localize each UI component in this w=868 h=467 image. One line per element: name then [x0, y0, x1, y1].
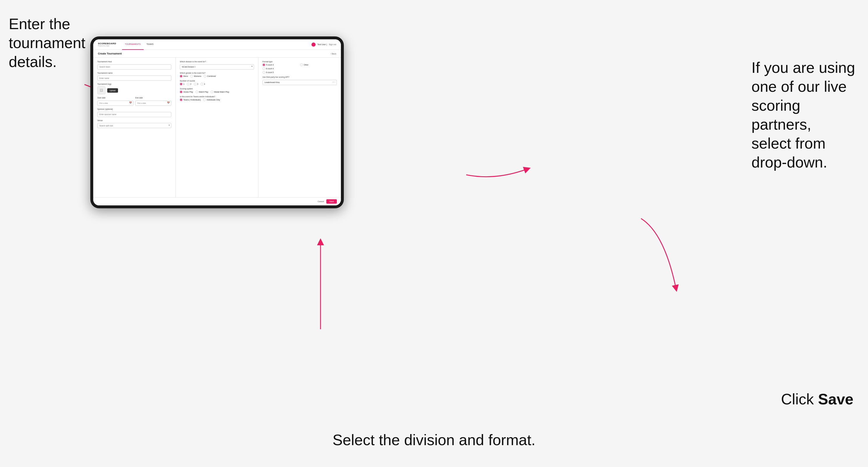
- nav-teams[interactable]: TEAMS: [144, 39, 156, 50]
- sponsor-label: Sponsor (optional): [97, 108, 171, 110]
- gender-mens-radio[interactable]: [180, 75, 182, 77]
- end-date-wrapper: 📅: [135, 100, 171, 106]
- gender-womens-radio[interactable]: [190, 75, 193, 77]
- end-date-input[interactable]: [135, 100, 171, 106]
- image-icon: 🖼: [100, 88, 103, 92]
- gender-womens[interactable]: Womens: [190, 75, 202, 77]
- event-teams[interactable]: Teams (+Individuals): [180, 98, 201, 101]
- rounds-radio-group: 1 2 3 4: [180, 83, 254, 85]
- scoring-medal-match[interactable]: Medal Match Play: [211, 91, 229, 93]
- scoring-medal-radio[interactable]: [211, 91, 213, 93]
- calendar-icon: 📅: [129, 101, 132, 104]
- gender-combined-radio[interactable]: [204, 75, 206, 77]
- save-button[interactable]: Save: [326, 199, 337, 204]
- rounds-1[interactable]: 1: [180, 83, 184, 85]
- format-6count5-label: 6 count 5: [266, 71, 274, 73]
- nav-menu: TOURNAMENTS TEAMS: [122, 39, 311, 50]
- venue-input[interactable]: [97, 123, 171, 128]
- tournament-host-input[interactable]: [97, 64, 171, 70]
- venue-label: Venue: [97, 119, 171, 122]
- rounds-3-label: 3: [197, 83, 198, 85]
- annotation-top-left: Enter the tournament details.: [9, 14, 85, 71]
- tournament-host-group: Tournament Host: [97, 61, 171, 70]
- annotation-top-right: If you are using one of our live scoring…: [751, 58, 862, 172]
- form-col-2: Which division is the event for? NCAA Di…: [176, 58, 258, 197]
- tablet-screen: SCOREBOARD Powered by clippi TOURNAMENTS…: [93, 39, 341, 206]
- sign-out-link[interactable]: Sign out: [329, 43, 336, 45]
- gender-label: Which gender is the event for?: [180, 72, 254, 74]
- format-type-group: Format type 5 count 4 6 count 4: [262, 61, 337, 74]
- event-for-group: Is this event for Teams and/or Individua…: [180, 96, 254, 101]
- start-date-input[interactable]: [97, 100, 133, 106]
- format-6count5-radio[interactable]: [262, 71, 265, 74]
- format-6count5[interactable]: 6 count 5: [262, 71, 299, 74]
- scoring-match[interactable]: Match Play: [195, 91, 208, 93]
- scoring-group: Scoring system Stroke Play Match Play: [180, 88, 254, 93]
- rounds-3[interactable]: 3: [194, 83, 198, 85]
- venue-select-wrapper: [97, 122, 171, 128]
- rounds-2[interactable]: 2: [187, 83, 191, 85]
- start-date-wrapper: 📅: [97, 100, 133, 106]
- annotation-bottom-center: Select the division and format.: [333, 431, 535, 449]
- form-col-1: Tournament Host Tournament name Tourname…: [93, 58, 176, 197]
- format-other-radio[interactable]: [300, 63, 303, 66]
- format-left-options: 5 count 4 6 count 4 6 count 5: [262, 63, 299, 74]
- scoring-match-radio[interactable]: [195, 91, 198, 93]
- rounds-4-radio[interactable]: [200, 83, 203, 85]
- format-5count4-radio[interactable]: [262, 63, 265, 66]
- gender-combined-label: Combined: [207, 75, 216, 77]
- user-info: Test User | Sign out: [311, 42, 336, 46]
- user-avatar: [311, 42, 315, 46]
- api-select-wrapper: × ÷: [262, 79, 337, 85]
- division-select[interactable]: NCAA Division I: [180, 64, 254, 70]
- format-options-container: 5 count 4 6 count 4 6 count 5: [262, 63, 337, 74]
- scoring-label: Scoring system: [180, 88, 254, 90]
- gender-womens-label: Womens: [194, 75, 202, 77]
- rounds-1-radio[interactable]: [180, 83, 182, 85]
- api-clear-button[interactable]: × ÷: [333, 81, 335, 83]
- format-5count4[interactable]: 5 count 4: [262, 63, 299, 66]
- gender-mens-label: Mens: [183, 75, 188, 77]
- gender-combined[interactable]: Combined: [204, 75, 216, 77]
- tournament-name-input[interactable]: [97, 75, 171, 81]
- scoring-medal-label: Medal Match Play: [214, 91, 229, 93]
- cancel-button[interactable]: Cancel: [318, 200, 324, 203]
- rounds-label: Number of rounds: [180, 80, 254, 82]
- date-row: Start date 📅 End date 📅: [97, 97, 171, 106]
- division-select-wrapper: NCAA Division I: [180, 63, 254, 70]
- rounds-4-label: 4: [204, 83, 205, 85]
- rounds-3-radio[interactable]: [194, 83, 196, 85]
- api-input[interactable]: [262, 80, 337, 85]
- tournament-name-label: Tournament name: [97, 72, 171, 74]
- sponsor-input[interactable]: [97, 112, 171, 117]
- start-date-label: Start date: [97, 97, 133, 99]
- format-6count4[interactable]: 6 count 4: [262, 67, 299, 70]
- gender-group: Which gender is the event for? Mens Wome…: [180, 72, 254, 77]
- rounds-2-radio[interactable]: [187, 83, 189, 85]
- event-teams-radio[interactable]: [180, 98, 182, 101]
- gender-mens[interactable]: Mens: [180, 75, 188, 77]
- annotation-save-bold: Save: [818, 391, 854, 408]
- event-individuals-radio[interactable]: [203, 98, 206, 101]
- format-other[interactable]: Other: [300, 63, 337, 66]
- scoring-stroke[interactable]: Stroke Play: [180, 91, 193, 93]
- rounds-4[interactable]: 4: [200, 83, 205, 85]
- event-teams-label: Teams (+Individuals): [183, 99, 201, 101]
- tablet-device: SCOREBOARD Powered by clippi TOURNAMENTS…: [90, 36, 344, 208]
- tournament-logo-label: Tournament logo: [97, 83, 171, 85]
- brand-sub: Powered by clippi: [98, 45, 116, 46]
- scoring-stroke-radio[interactable]: [180, 91, 182, 93]
- annotation-click-prefix: Click: [781, 391, 818, 408]
- upload-button[interactable]: Upload: [107, 88, 118, 93]
- format-6count4-radio[interactable]: [262, 67, 265, 70]
- rounds-2-label: 2: [190, 83, 191, 85]
- event-for-label: Is this event for Teams and/or Individua…: [180, 96, 254, 98]
- rounds-group: Number of rounds 1 2: [180, 80, 254, 85]
- event-individuals[interactable]: Individuals Only: [203, 98, 220, 101]
- back-link[interactable]: ‹ Back: [331, 53, 336, 55]
- tournament-host-label: Tournament Host: [97, 61, 171, 63]
- nav-tournaments[interactable]: TOURNAMENTS: [122, 39, 144, 50]
- tournament-logo-group: Tournament logo 🖼 Upload: [97, 83, 171, 94]
- form-area: Tournament Host Tournament name Tourname…: [93, 58, 341, 206]
- form-col-3: Format type 5 count 4 6 count 4: [258, 58, 341, 197]
